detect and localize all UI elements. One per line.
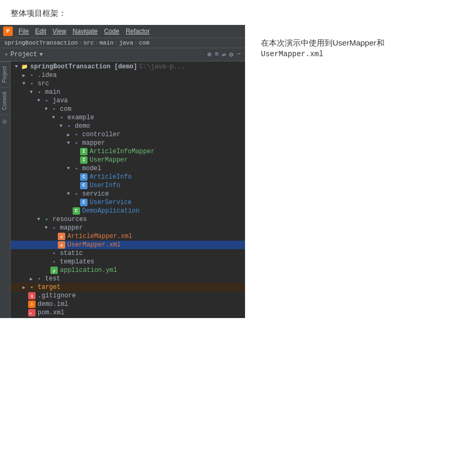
ai-arrow — [72, 174, 80, 180]
tree-item-target[interactable]: ▶ ▪ target — [11, 283, 245, 292]
tree-item-pomxml[interactable]: m pom.xml — [11, 308, 245, 317]
tree-item-idea[interactable]: ▶ ▪ .idea — [11, 71, 245, 80]
tree-item-usermapper-xml[interactable]: x UserMapper.xml — [11, 241, 245, 249]
mapper-res-arrow: ▼ — [42, 225, 50, 231]
side-tab-project[interactable]: Project — [0, 61, 10, 87]
tree-item-mapper[interactable]: ▼ ▪ mapper — [11, 139, 245, 147]
tree-item-templates[interactable]: ▪ templates — [11, 258, 245, 266]
tree-item-example[interactable]: ▼ ▪ example — [11, 113, 245, 122]
target-label: target — [38, 284, 60, 291]
service-arrow: ▼ — [65, 191, 72, 197]
static-arrow — [42, 251, 50, 256]
tree-item-main[interactable]: ▼ ▪ main — [11, 88, 245, 96]
java-label: java — [53, 97, 68, 104]
example-folder-icon: ▪ — [57, 114, 66, 121]
toolbar-list-icon[interactable]: ≡ — [215, 50, 219, 59]
toolbar-add-icon[interactable]: ⊕ — [207, 50, 212, 59]
example-arrow: ▼ — [50, 115, 57, 120]
ide-logo: P — [3, 27, 13, 36]
amxml-icon: x — [57, 233, 66, 240]
breadcrumb-java[interactable]: java — [119, 40, 133, 46]
controller-arrow: ▶ — [65, 132, 72, 138]
breadcrumb-com[interactable]: com — [139, 40, 150, 46]
toolbar-minimize-icon[interactable]: − — [237, 50, 241, 59]
tree-item-userinfo[interactable]: C UserInfo — [11, 181, 245, 190]
service-folder-icon: ▪ — [72, 190, 81, 198]
res-arrow: ▼ — [35, 217, 42, 222]
mapper-res-folder-icon: ▪ — [50, 224, 58, 232]
root-folder-icon: 📁 — [20, 63, 29, 70]
tree-item-articleinfomapper[interactable]: I ArticleInfoMapper — [11, 147, 245, 156]
tree-item-test[interactable]: ▶ ▪ test — [11, 275, 245, 283]
iml-icon: i — [28, 301, 36, 308]
tree-item-com[interactable]: ▼ ▪ com — [11, 105, 245, 113]
static-folder-icon: ▪ — [50, 250, 58, 257]
ide-panel: P File Edit View Navigate Code Refactor … — [0, 25, 245, 318]
mapper-label: mapper — [82, 139, 105, 147]
toolbar-sync-icon[interactable]: ⇌ — [222, 50, 226, 59]
tree-item-mapper-res[interactable]: ▼ ▪ mapper — [11, 224, 245, 232]
yml-icon: y — [50, 267, 58, 274]
um-label: UserMapper — [90, 156, 128, 164]
menu-code[interactable]: Code — [101, 27, 122, 36]
um-arrow — [72, 157, 80, 163]
aim-arrow — [72, 149, 80, 154]
ui-label: UserInfo — [90, 182, 120, 189]
root-arrow: ▼ — [13, 64, 20, 69]
breadcrumb-main[interactable]: main — [100, 40, 114, 46]
tree-item-demo[interactable]: ▼ ▪ demo — [11, 122, 245, 130]
aim-interface-icon: I — [80, 148, 88, 155]
git-icon: g — [28, 292, 36, 299]
tree-item-src[interactable]: ▼ ▪ src — [11, 80, 245, 88]
src-folder-icon: ▪ — [28, 80, 36, 87]
tree-item-demoiml[interactable]: i demo.iml — [11, 300, 245, 308]
menu-file[interactable]: File — [16, 27, 31, 36]
file-tree: ▼ 📁 springBootTransaction [demo] C:\java… — [11, 61, 245, 318]
test-arrow: ▶ — [28, 276, 35, 282]
breadcrumb-src[interactable]: src — [83, 40, 94, 46]
toolbar-settings-icon[interactable]: ⚙ — [229, 50, 233, 59]
tree-root[interactable]: ▼ 📁 springBootTransaction [demo] C:\java… — [11, 63, 245, 71]
templates-label: templates — [60, 258, 94, 266]
yml-arrow — [42, 268, 50, 273]
ai-class-icon: C — [80, 173, 88, 181]
menu-bar: P File Edit View Navigate Code Refactor — [0, 25, 245, 38]
svg-text:m: m — [29, 311, 32, 315]
tree-item-java[interactable]: ▼ ▪ java — [11, 96, 245, 105]
java-folder-icon: ▪ — [42, 97, 51, 104]
tree-item-controller[interactable]: ▶ ▪ controller — [11, 130, 245, 139]
model-folder-icon: ▪ — [72, 165, 81, 172]
test-label: test — [45, 275, 60, 283]
tree-item-static[interactable]: ▪ static — [11, 249, 245, 258]
us-class-icon: C — [80, 199, 88, 206]
tree-item-gitignore[interactable]: g .gitignore — [11, 292, 245, 300]
iml-label: demo.iml — [38, 301, 68, 308]
side-tab-commit[interactable]: Commit — [0, 87, 10, 114]
breadcrumb-project[interactable]: springBootTransaction — [4, 40, 78, 46]
side-tab-structure[interactable]: ◎ — [0, 114, 10, 129]
menu-view[interactable]: View — [50, 27, 69, 36]
templates-arrow — [42, 259, 50, 265]
tree-item-demoapplication[interactable]: C DemoApplication — [11, 207, 245, 215]
dropdown-arrow[interactable]: ▼ — [39, 51, 43, 58]
tree-item-userservice[interactable]: C UserService — [11, 198, 245, 207]
pom-label: pom.xml — [38, 309, 64, 316]
header-title: 整体项目框架： — [11, 8, 66, 17]
tree-item-usermapper[interactable]: I UserMapper — [11, 156, 245, 164]
project-toolbar: ▪ Project ▼ ⊕ ≡ ⇌ ⚙ − — [0, 48, 245, 61]
tree-item-resources[interactable]: ▼ ▪ resources — [11, 215, 245, 224]
menu-refactor[interactable]: Refactor — [123, 27, 152, 36]
menu-edit[interactable]: Edit — [32, 27, 49, 36]
main-arrow: ▼ — [28, 90, 35, 95]
demo-folder-icon: ▪ — [65, 122, 73, 130]
tree-item-articleinfo[interactable]: C ArticleInfo — [11, 173, 245, 181]
menu-navigate[interactable]: Navigate — [70, 27, 100, 36]
da-arrow — [65, 208, 72, 214]
tree-item-application-yml[interactable]: y application.yml — [11, 266, 245, 275]
tree-item-articlemapper-xml[interactable]: x ArticleMapper.xml — [11, 232, 245, 241]
tree-item-service[interactable]: ▼ ▪ service — [11, 190, 245, 198]
main-folder-icon: ▪ — [35, 89, 43, 96]
model-label: model — [82, 165, 101, 172]
service-label: service — [82, 190, 109, 198]
tree-item-model[interactable]: ▼ ▪ model — [11, 164, 245, 173]
